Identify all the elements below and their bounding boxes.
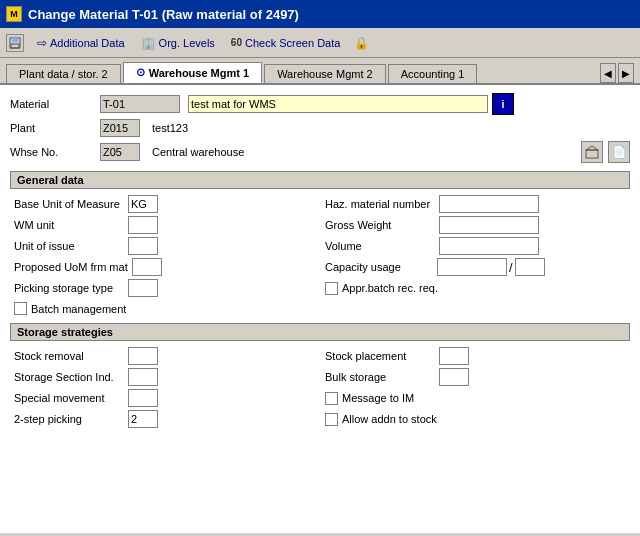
message-to-im-label: Message to IM	[342, 392, 452, 404]
tab-prev-btn[interactable]: ◀	[600, 63, 616, 83]
appr-batch-label: Appr.batch rec. req.	[342, 282, 452, 294]
svg-rect-1	[12, 38, 18, 42]
general-data-header: General data	[10, 171, 630, 189]
stock-placement-label: Stock placement	[325, 350, 435, 362]
whse-label: Whse No.	[10, 146, 100, 158]
gross-weight-row: Gross Weight	[325, 216, 626, 234]
appr-batch-checkbox[interactable]	[325, 282, 338, 295]
batch-mgmt-row: Batch management	[14, 302, 315, 315]
window-title: Change Material T-01 (Raw material of 24…	[28, 7, 299, 22]
volume-input[interactable]	[439, 237, 539, 255]
stock-removal-label: Stock removal	[14, 350, 124, 362]
base-uom-row: Base Unit of Measure	[14, 195, 315, 213]
special-movement-input[interactable]	[128, 389, 158, 407]
two-step-input[interactable]	[128, 410, 158, 428]
batch-mgmt-label: Batch management	[31, 303, 141, 315]
storage-section-row: Storage Section Ind.	[14, 368, 315, 386]
two-step-label: 2-step picking	[14, 413, 124, 425]
gross-weight-input[interactable]	[439, 216, 539, 234]
picking-storage-label: Picking storage type	[14, 282, 124, 294]
capacity-input2[interactable]	[515, 258, 545, 276]
bulk-storage-input[interactable]	[439, 368, 469, 386]
haz-mat-row: Haz. material number	[325, 195, 626, 213]
lock-icon: 🔒	[353, 35, 369, 51]
plant-input[interactable]	[100, 119, 140, 137]
material-label: Material	[10, 98, 100, 110]
stock-removal-row: Stock removal	[14, 347, 315, 365]
unit-of-issue-label: Unit of issue	[14, 240, 124, 252]
haz-mat-label: Haz. material number	[325, 198, 435, 210]
unit-of-issue-row: Unit of issue	[14, 237, 315, 255]
capacity-slash: /	[509, 260, 513, 275]
page-btn[interactable]: 📄	[608, 141, 630, 163]
svg-marker-4	[586, 146, 598, 150]
plant-label: Plant	[10, 122, 100, 134]
bulk-storage-row: Bulk storage	[325, 368, 626, 386]
volume-row: Volume	[325, 237, 626, 255]
appr-batch-row: Appr.batch rec. req.	[325, 279, 626, 297]
special-movement-row: Special movement	[14, 389, 315, 407]
svg-rect-3	[586, 150, 598, 158]
stock-placement-input[interactable]	[439, 347, 469, 365]
general-data-grid: Base Unit of Measure Haz. material numbe…	[10, 195, 630, 315]
message-to-im-checkbox[interactable]	[325, 392, 338, 405]
proposed-uom-row: Proposed UoM frm mat	[14, 258, 315, 276]
main-content: Material i Plant test123 Whse No. Centra…	[0, 85, 640, 533]
material-input[interactable]	[100, 95, 180, 113]
plant-desc: test123	[152, 122, 188, 134]
whse-row: Whse No. Central warehouse 📄	[10, 141, 630, 163]
org-levels-btn[interactable]: 🏢 Org. Levels	[138, 35, 218, 51]
proposed-uom-input[interactable]	[132, 258, 162, 276]
unit-of-issue-input[interactable]	[128, 237, 158, 255]
allow-addn-label: Allow addn to stock	[342, 413, 452, 425]
allow-addn-checkbox[interactable]	[325, 413, 338, 426]
special-movement-label: Special movement	[14, 392, 124, 404]
material-row: Material i	[10, 93, 630, 115]
picking-storage-input[interactable]	[128, 279, 158, 297]
wm-unit-row: WM unit	[14, 216, 315, 234]
tab-wm1[interactable]: ⊙ Warehouse Mgmt 1	[123, 62, 262, 83]
capacity-row: Capacity usage /	[325, 258, 626, 276]
storage-section-input[interactable]	[128, 368, 158, 386]
tab-accounting1[interactable]: Accounting 1	[388, 64, 478, 83]
check-screen-data-btn[interactable]: 60 Check Screen Data	[228, 36, 344, 50]
svg-rect-2	[11, 44, 19, 48]
storage-section-label: Storage Section Ind.	[14, 371, 124, 383]
toolbar: ⇨ Additional Data 🏢 Org. Levels 60 Check…	[0, 28, 640, 58]
haz-mat-input[interactable]	[439, 195, 539, 213]
info-button[interactable]: i	[492, 93, 514, 115]
warehouse-icon-btn[interactable]	[581, 141, 603, 163]
bulk-storage-label: Bulk storage	[325, 371, 435, 383]
toolbar-icon-save[interactable]	[6, 34, 24, 52]
whse-input[interactable]	[100, 143, 140, 161]
app-icon: M	[6, 6, 22, 22]
batch-mgmt-checkbox[interactable]	[14, 302, 27, 315]
additional-data-btn[interactable]: ⇨ Additional Data	[34, 35, 128, 51]
wm-unit-label: WM unit	[14, 219, 124, 231]
tab-plant-data[interactable]: Plant data / stor. 2	[6, 64, 121, 83]
material-desc-input[interactable]	[188, 95, 488, 113]
gross-weight-label: Gross Weight	[325, 219, 435, 231]
title-bar: M Change Material T-01 (Raw material of …	[0, 0, 640, 28]
stock-removal-input[interactable]	[128, 347, 158, 365]
whse-desc: Central warehouse	[152, 146, 244, 158]
base-uom-label: Base Unit of Measure	[14, 198, 124, 210]
storage-strategies-header: Storage strategies	[10, 323, 630, 341]
message-to-im-row: Message to IM	[325, 389, 626, 407]
tab-next-btn[interactable]: ▶	[618, 63, 634, 83]
capacity-input[interactable]	[437, 258, 507, 276]
picking-storage-row: Picking storage type	[14, 279, 315, 297]
two-step-row: 2-step picking	[14, 410, 315, 428]
tab-navigation: ◀ ▶	[600, 63, 634, 83]
capacity-label: Capacity usage	[325, 261, 435, 273]
wm-unit-input[interactable]	[128, 216, 158, 234]
tab-wm2[interactable]: Warehouse Mgmt 2	[264, 64, 386, 83]
base-uom-input[interactable]	[128, 195, 158, 213]
allow-addn-row: Allow addn to stock	[325, 410, 626, 428]
storage-strategies-grid: Stock removal Stock placement Storage Se…	[10, 347, 630, 428]
proposed-uom-label: Proposed UoM frm mat	[14, 261, 128, 273]
tab-bar: Plant data / stor. 2 ⊙ Warehouse Mgmt 1 …	[0, 58, 640, 85]
stock-placement-row: Stock placement	[325, 347, 626, 365]
plant-row: Plant test123	[10, 119, 630, 137]
volume-label: Volume	[325, 240, 435, 252]
